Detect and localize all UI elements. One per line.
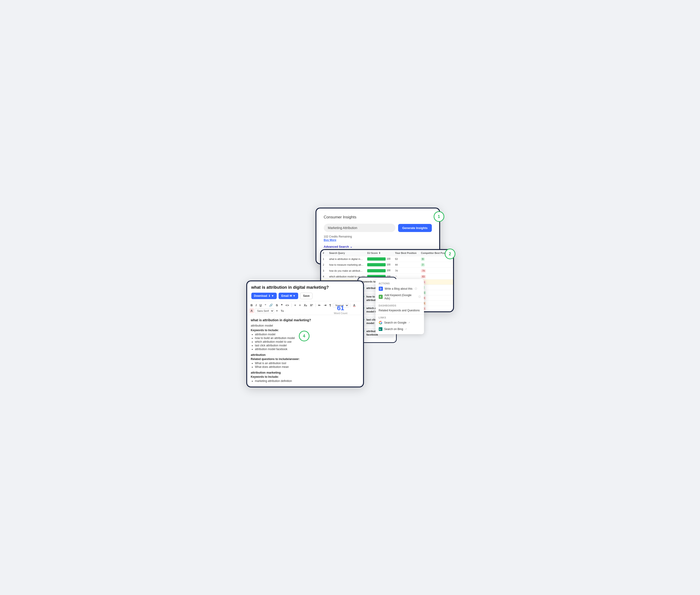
email-icon: ✉ ▼ [290, 294, 295, 298]
bold-button[interactable]: B [249, 303, 254, 308]
editor-title: what is attribution in digital marketing… [251, 285, 359, 290]
info-icon-2: ⓘ [419, 295, 421, 299]
row-comp-pos: 16 [419, 290, 453, 295]
ordered-list-button[interactable]: ≡ [293, 303, 297, 308]
editor-kw-head-3: Keywords to Include: [251, 375, 359, 378]
row-comp-pos: 74 [419, 295, 453, 301]
paragraph-button[interactable]: ¶ [328, 303, 332, 308]
row-num: 1 [321, 256, 327, 262]
editor-body-h1: what is attribution in digital marketing… [251, 318, 359, 322]
email-button[interactable]: Email ✉ ▼ [278, 293, 298, 299]
editor-body[interactable]: what is attribution in digital marketing… [247, 315, 363, 387]
font-bg-button[interactable]: A [249, 308, 254, 313]
google-icon [379, 321, 382, 324]
row-score: 100 [365, 262, 393, 268]
blockquote-button[interactable]: ❝ [280, 303, 284, 308]
row-your-pos: 44 [393, 262, 419, 268]
align-center-button[interactable]: ≡ [275, 308, 279, 313]
list-item: last click attribution model [255, 344, 359, 347]
word-count-label: Word Count [334, 312, 348, 315]
list-item: marketing attribution definition [255, 379, 359, 382]
clear-format-button[interactable]: Tx [279, 309, 285, 313]
editor-subhead: attribution model [251, 324, 359, 327]
list-item: What does attribution mean [255, 365, 359, 369]
row-query: how to measure marketing attribution≡ [327, 262, 365, 268]
svg-text:b: b [379, 328, 381, 331]
list-item: What is an attribution tool [255, 362, 359, 365]
row-query: what is attribution in digital marketing… [327, 256, 365, 262]
link-button[interactable]: 🔗 [268, 303, 274, 308]
subscript-button[interactable]: X₂ [302, 303, 308, 308]
editor-rq-list: What is an attribution toolWhat does att… [251, 362, 359, 369]
row-num: 3 [321, 268, 327, 274]
superscript-button[interactable]: X² [309, 303, 314, 308]
row-comp-pos: 56 [419, 279, 453, 285]
chevron-down-icon: ⌄ [350, 245, 352, 248]
dashboards-label: DASHBOARDS [376, 304, 424, 307]
row-score: 100 [365, 256, 393, 262]
blog-icon: D [379, 287, 383, 291]
editor-kw-list-3: marketing attribution definition [251, 379, 359, 382]
marketing-attribution-input[interactable] [324, 224, 395, 232]
search-bing-item[interactable]: b Search on Bing ↗ [376, 326, 424, 332]
col-query-header: Search Query [327, 250, 365, 256]
align-left-button[interactable]: ⇤ [317, 303, 322, 308]
table-row[interactable]: 3 how do you make an attribution model?≡… [321, 268, 453, 274]
row-your-pos: 53 [393, 256, 419, 262]
download-button[interactable]: Download ⇓ ▼ [251, 293, 277, 299]
word-count-area: 61 Word Count [334, 305, 348, 315]
row-num: 4 [321, 274, 327, 279]
editor-section-2: attribution [251, 353, 359, 357]
consumer-insights-title: Consumer Insights [324, 215, 432, 220]
row-your-pos: 74 [393, 268, 419, 274]
write-blog-item[interactable]: D Write a Blog about this ⓘ [376, 285, 424, 292]
list-item: which attribution model to use [255, 340, 359, 343]
keyword-icon: K [379, 295, 383, 299]
scene: Consumer Insights Generate Insights 102 … [246, 207, 454, 388]
col-num: # [321, 250, 327, 256]
editor-rq-head: Related questions to include/answer: [251, 358, 359, 361]
col-your-pos-header: Your Best Position [393, 250, 419, 256]
related-keywords-item[interactable]: Related Keywords and Questions [376, 307, 424, 313]
row-num: 2 [321, 262, 327, 268]
buy-more-link[interactable]: Buy More [324, 238, 432, 242]
code-button[interactable]: <> [284, 303, 290, 308]
align-right-button[interactable]: ⇥ [323, 303, 327, 308]
row-comp-pos: 79 [419, 268, 453, 274]
unordered-list-button[interactable]: ≡ [298, 303, 302, 308]
step-badge-4: 4 [299, 331, 309, 341]
context-menu: ACTIONS D Write a Blog about this ⓘ K Ad… [376, 279, 424, 334]
underline-button[interactable]: U [259, 303, 263, 308]
row-comp-pos: 83 [419, 274, 453, 279]
font-family-select[interactable]: Sans Serif [254, 309, 274, 313]
external-link-icon-1: ↗ [408, 321, 410, 324]
row-comp-pos: 44 [419, 301, 453, 306]
step-badge-1: 1 [434, 211, 444, 222]
col-dj-score-header: DJ Score ⇕ [365, 250, 393, 256]
italic-button[interactable]: I [254, 303, 258, 308]
download-icon: ⇓ ▼ [268, 294, 274, 298]
row-comp-pos: 7 [419, 262, 453, 268]
quote-button[interactable]: “ [264, 303, 268, 308]
info-icon-1: ⓘ [415, 287, 417, 290]
generate-insights-button[interactable]: Generate Insights [398, 224, 432, 232]
table-row[interactable]: 2 how to measure marketing attribution≡ … [321, 262, 453, 268]
row-comp-pos: 4 [419, 285, 453, 290]
font-color-button[interactable]: A [352, 303, 356, 308]
search-google-item[interactable]: Search on Google ↗ [376, 319, 424, 326]
save-button[interactable]: Save [300, 293, 313, 299]
editor-section-3: attribution marketing [251, 371, 359, 374]
word-count-number: 61 [334, 305, 348, 312]
actions-label: ACTIONS [376, 281, 424, 285]
advanced-search-toggle[interactable]: Advanced Search ⌄ [324, 245, 432, 248]
links-label: LINKS [376, 315, 424, 319]
row-comp-pos: 50 [419, 306, 453, 311]
add-keyword-item[interactable]: K Add Keyword (Google Ads) ⓘ [376, 292, 424, 302]
sort-icon[interactable]: ⇕ [378, 252, 381, 254]
external-link-icon-2: ↗ [405, 328, 407, 330]
row-your-pos: ∅ [393, 274, 419, 279]
table-row[interactable]: 1 what is attribution in digital marketi… [321, 256, 453, 262]
credits-remaining: 102 Credits Remaining [324, 235, 352, 238]
row-query: how do you make an attribution model?≡ [327, 268, 365, 274]
strikethrough-button[interactable]: S [275, 303, 279, 308]
